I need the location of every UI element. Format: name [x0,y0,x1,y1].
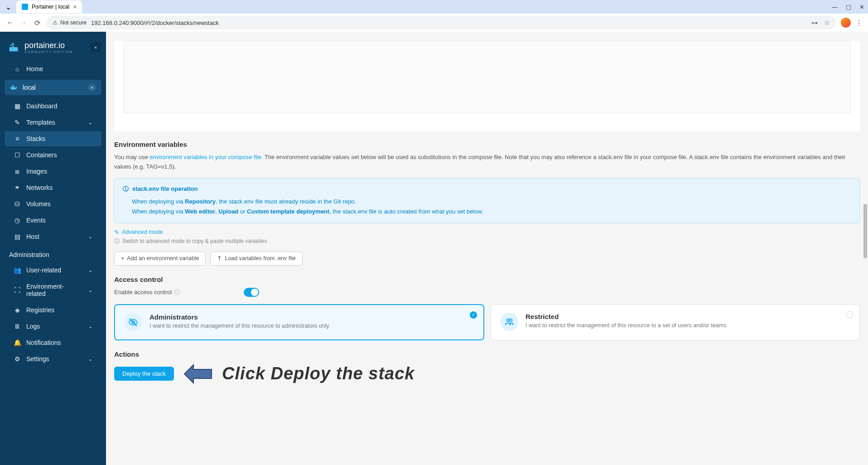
dashboard-icon: ▦ [14,102,21,110]
info-icon: ⓘ [114,237,120,245]
access-card-restricted[interactable]: Restricted I want to restrict the manage… [491,304,860,340]
chevron-down-icon: ⌄ [88,287,92,293]
sidebar-item-stacks[interactable]: ≡ Stacks [5,131,101,146]
info-box-title: ⓘ stack.env file operation [123,185,851,193]
advanced-hint: ⓘ Switch to advanced mode to copy & past… [114,237,860,245]
portainer-logo-icon [7,41,20,53]
sidebar-item-templates[interactable]: ✎ Templates ⌄ [5,115,101,130]
docker-icon [10,83,18,92]
tab-dropdown[interactable]: ⌄ [4,2,13,11]
registries-icon: ◈ [14,306,21,314]
bell-icon: 🔔 [14,339,21,346]
url-bar[interactable]: ⚠ Not secure 192.168.0.240:9000/#!/2/doc… [46,16,836,29]
bookmark-icon[interactable]: ☆ [824,19,830,26]
info-line-2: When deploying via Web editor, Upload or… [123,207,851,217]
chevron-down-icon: ⌄ [88,120,92,126]
deploy-button[interactable]: Deploy the stack [114,367,174,381]
minimize-icon[interactable]: — [832,4,838,10]
home-icon: ⌂ [14,65,21,73]
window-controls: — ▢ ✕ [832,4,864,10]
logo-tagline: COMMUNITY EDITION [24,50,73,53]
reload-button[interactable]: ⟳ [33,18,42,27]
host-icon: ▤ [14,233,21,240]
edit-icon: ✎ [114,229,119,236]
logo[interactable]: portainer.io COMMUNITY EDITION « [0,37,106,61]
sidebar-item-environment-related[interactable]: ⛶ Environment-related ⌄ [5,279,101,301]
networks-icon: ⚭ [14,184,21,191]
access-restricted-desc: I want to restrict the management of thi… [526,322,726,329]
access-toggle[interactable] [244,288,259,297]
env-close-icon[interactable]: × [88,83,96,92]
add-variable-button[interactable]: + Add an environment variable [114,252,206,266]
env-section-title: Environment variables [114,140,860,148]
sidebar-item-logs[interactable]: 🗎 Logs ⌄ [5,319,101,334]
plus-icon: + [121,255,124,262]
svg-rect-5 [12,86,13,87]
svg-rect-6 [14,86,14,87]
environment-pill[interactable]: local × [5,80,101,95]
tab-close-icon[interactable]: × [73,3,77,10]
advanced-mode-link[interactable]: ✎ Advanced mode [114,229,860,236]
profile-avatar[interactable] [841,18,851,28]
sidebar-collapse-button[interactable]: « [91,42,101,52]
sidebar-item-home[interactable]: ⌂ Home [5,61,101,77]
browser-tab[interactable]: Portainer | local × [16,0,82,13]
env-link[interactable]: environment variables in your compose fi… [149,154,261,160]
logo-name: portainer.io [24,41,73,50]
code-editor[interactable] [123,41,851,113]
info-line-1: When deploying via Repository, the stack… [123,197,851,207]
close-icon[interactable]: ✕ [859,4,864,10]
sidebar-item-notifications[interactable]: 🔔 Notifications [5,335,101,350]
sidebar-item-user-related[interactable]: 👥 User-related ⌄ [5,262,101,278]
access-admin-title: Administrators [149,313,329,321]
browser-menu-icon[interactable]: ⋮ [855,19,863,27]
sidebar-item-images[interactable]: ≣ Images [5,164,101,179]
sidebar-item-volumes[interactable]: ⛁ Volumes [5,196,101,212]
editor-panel [114,41,860,131]
access-restricted-title: Restricted [526,313,726,320]
actions-section-title: Actions [114,350,860,358]
load-variables-button[interactable]: ⤒ Load variables from .env file [210,252,302,266]
environment-icon: ⛶ [14,286,21,294]
browser-tab-bar: ⌄ Portainer | local × — ▢ ✕ [0,0,868,14]
chevron-down-icon: ⌄ [88,356,92,362]
main-content: Environment variables You may use enviro… [106,32,868,465]
eye-off-icon [124,313,142,331]
back-button[interactable]: ← [5,18,14,27]
access-toggle-label: Enable access control ⓘ [114,288,180,296]
sidebar-item-settings[interactable]: ⚙ Settings ⌄ [5,351,101,367]
sidebar: portainer.io COMMUNITY EDITION « ⌂ Home … [0,32,106,465]
security-indicator[interactable]: ⚠ Not secure [53,19,87,26]
forward-button[interactable]: → [19,18,28,27]
chevron-down-icon: ⌄ [88,234,92,240]
containers-icon: ☐ [14,151,21,159]
sidebar-item-host[interactable]: ▤ Host ⌄ [5,229,101,244]
radio-unchecked-icon [846,311,853,318]
help-icon[interactable]: ⓘ [174,288,180,296]
sidebar-item-containers[interactable]: ☐ Containers [5,147,101,163]
url-text: 192.168.0.240:9000/#!/2/docker/stacks/ne… [91,19,219,26]
env-description: You may use environment variables in you… [114,153,860,172]
maximize-icon[interactable]: ▢ [846,4,851,10]
volumes-icon: ⛁ [14,200,21,208]
access-admin-desc: I want to restrict the management of thi… [149,323,329,329]
upload-icon: ⤒ [217,255,222,262]
access-section-title: Access control [114,276,860,283]
favicon-icon [22,4,28,10]
annotation-arrow-icon [182,363,214,385]
sidebar-item-networks[interactable]: ⚭ Networks [5,180,101,195]
gear-icon: ⚙ [14,355,21,363]
warning-icon: ⚠ [53,19,58,26]
users-icon [500,313,518,331]
svg-point-10 [510,319,512,321]
chevron-down-icon: ⌄ [88,267,92,273]
chevron-down-icon: ⌄ [88,324,92,329]
access-card-administrators[interactable]: Administrators I want to restrict the ma… [114,304,484,340]
info-icon: ⓘ [123,185,129,193]
sidebar-item-events[interactable]: ◷ Events [5,213,101,228]
sidebar-item-dashboard[interactable]: ▦ Dashboard [5,98,101,114]
images-icon: ≣ [14,168,21,175]
sidebar-item-registries[interactable]: ◈ Registries [5,302,101,318]
password-icon[interactable]: ⊶ [811,19,818,26]
scrollbar[interactable] [863,204,867,258]
